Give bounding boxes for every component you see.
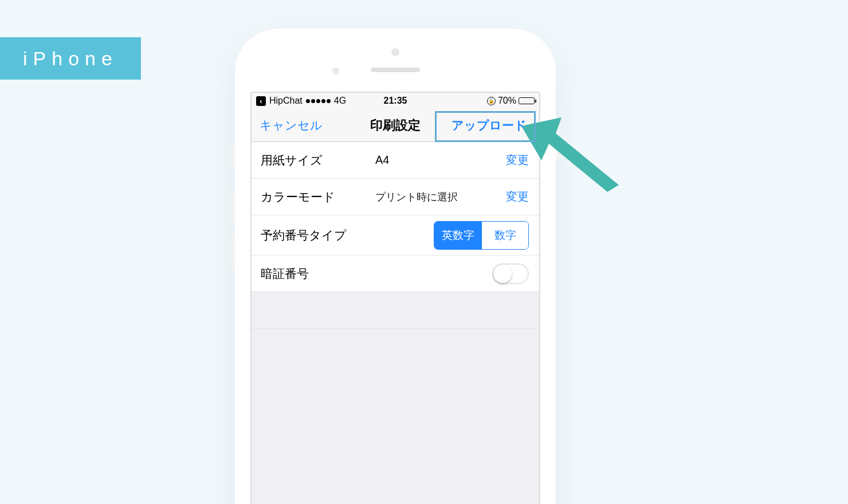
phone-proximity-dot bbox=[332, 68, 339, 74]
color-mode-change-button[interactable]: 変更 bbox=[506, 189, 529, 204]
color-mode-value: プリント時に選択 bbox=[375, 190, 506, 204]
phone-volume-down bbox=[231, 235, 235, 269]
upload-highlight-annotation bbox=[435, 111, 536, 142]
phone-camera-dot bbox=[391, 48, 399, 56]
row-paper-size: 用紙サイズ A4 変更 bbox=[252, 142, 539, 179]
pin-label: 暗証番号 bbox=[261, 266, 375, 282]
device-tag: iPhone bbox=[0, 37, 141, 80]
status-bar: ‹ HipChat 4G 21:35 🔒 70% bbox=[252, 93, 539, 109]
phone-side-button bbox=[556, 123, 559, 160]
row-reservation-type: 予約番号タイプ 英数字 数字 bbox=[252, 215, 539, 255]
phone-frame: ‹ HipChat 4G 21:35 🔒 70% キャンセル 印刷設定 アップロ… bbox=[235, 29, 556, 504]
status-time: 21:35 bbox=[252, 96, 539, 106]
reservation-type-segmented: 英数字 数字 bbox=[434, 221, 529, 250]
section-gap bbox=[252, 292, 539, 329]
row-pin: 暗証番号 bbox=[252, 255, 539, 292]
paper-size-value: A4 bbox=[375, 153, 506, 167]
color-mode-label: カラーモード bbox=[261, 189, 375, 205]
paper-size-label: 用紙サイズ bbox=[261, 152, 375, 168]
reservation-type-label: 予約番号タイプ bbox=[261, 227, 375, 243]
segment-numeric[interactable]: 数字 bbox=[481, 222, 528, 249]
phone-speaker-slot bbox=[371, 68, 420, 72]
segment-alphanumeric[interactable]: 英数字 bbox=[434, 222, 481, 249]
phone-screen: ‹ HipChat 4G 21:35 🔒 70% キャンセル 印刷設定 アップロ… bbox=[250, 92, 540, 504]
phone-mute-switch bbox=[231, 143, 235, 168]
row-color-mode: カラーモード プリント時に選択 変更 bbox=[252, 179, 539, 215]
paper-size-change-button[interactable]: 変更 bbox=[506, 152, 529, 168]
pin-toggle[interactable] bbox=[492, 263, 529, 284]
phone-volume-up bbox=[231, 191, 235, 225]
battery-icon bbox=[519, 97, 535, 104]
